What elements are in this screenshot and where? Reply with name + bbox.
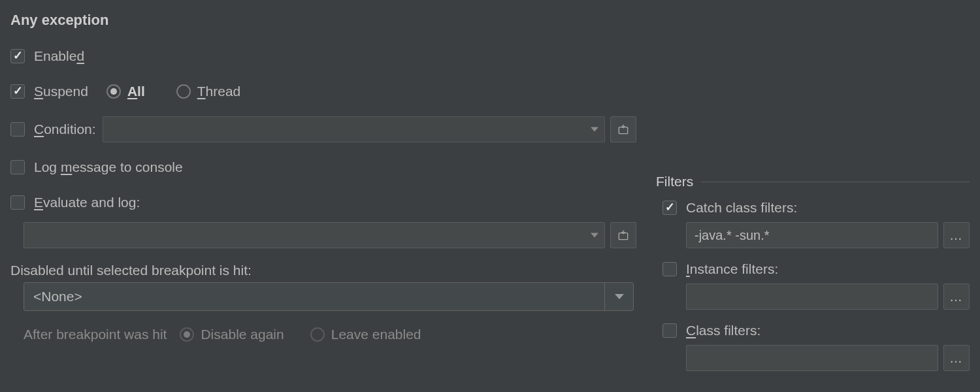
catch-class-filters-input[interactable] — [686, 222, 938, 248]
instance-filters-label: Instance filters: — [686, 261, 778, 277]
leave-enabled-radio — [310, 327, 325, 342]
suspend-all-radio[interactable] — [106, 84, 121, 99]
expand-icon — [617, 123, 630, 136]
filters-heading: Filters — [656, 174, 693, 189]
disabled-until-select[interactable]: <None> — [24, 282, 634, 311]
enabled-label: Enabled — [34, 48, 84, 64]
evaluate-expand-button[interactable] — [610, 222, 636, 248]
class-filters-label: Class filters: — [686, 323, 760, 338]
leave-enabled-label: Leave enabled — [331, 327, 421, 342]
divider — [701, 182, 970, 182]
log-message-checkbox[interactable] — [10, 160, 25, 174]
disabled-until-value: <None> — [33, 289, 82, 304]
instance-filters-browse-button[interactable]: … — [943, 284, 970, 310]
catch-class-filters-checkbox[interactable] — [662, 201, 677, 215]
log-message-label: Log message to console — [34, 159, 183, 175]
after-breakpoint-label: After breakpoint was hit — [24, 327, 167, 342]
condition-checkbox[interactable] — [10, 122, 25, 137]
chevron-down-icon — [604, 283, 633, 310]
instance-filters-checkbox[interactable] — [662, 262, 677, 276]
suspend-all-label: All — [127, 84, 145, 99]
class-filters-checkbox[interactable] — [662, 323, 677, 338]
expand-editor-button[interactable] — [610, 116, 636, 142]
catch-class-filters-browse-button[interactable]: … — [943, 222, 970, 248]
enabled-checkbox[interactable] — [10, 49, 25, 63]
instance-filters-input[interactable] — [686, 284, 938, 310]
suspend-thread-label: Thread — [197, 84, 241, 99]
suspend-label: Suspend — [34, 84, 88, 99]
class-filters-browse-button[interactable]: … — [943, 345, 970, 371]
evaluate-input[interactable] — [24, 222, 605, 248]
class-filters-input[interactable] — [686, 345, 938, 371]
evaluate-checkbox[interactable] — [10, 195, 25, 210]
disable-again-label: Disable again — [201, 327, 284, 342]
condition-input[interactable] — [103, 116, 605, 142]
evaluate-label: Evaluate and log: — [34, 195, 140, 210]
expand-icon — [617, 229, 630, 242]
catch-class-filters-label: Catch class filters: — [686, 200, 797, 216]
suspend-checkbox[interactable] — [10, 84, 25, 99]
suspend-thread-radio[interactable] — [176, 84, 191, 99]
disabled-until-label: Disabled until selected breakpoint is hi… — [10, 263, 636, 278]
panel-title: Any exception — [10, 12, 636, 29]
disable-again-radio — [180, 327, 194, 342]
condition-label: Condition: — [34, 122, 96, 137]
